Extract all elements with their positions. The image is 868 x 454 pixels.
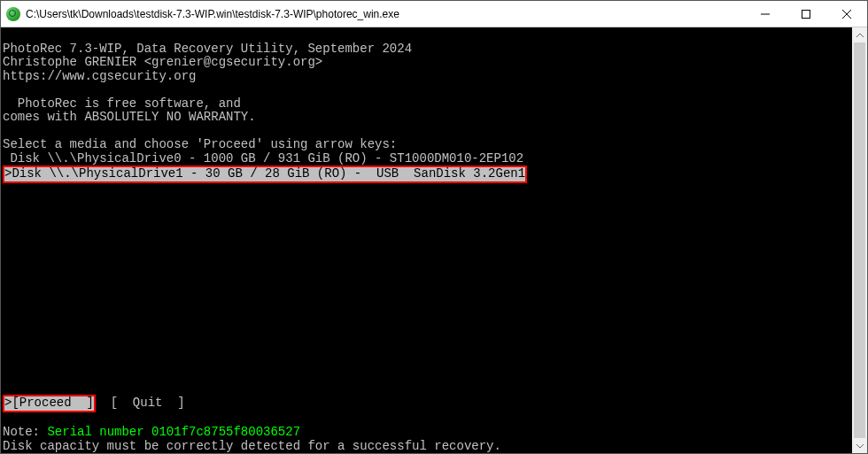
- disk-option-1-selected[interactable]: >Disk \\.\PhysicalDrive1 - 30 GB / 28 Gi…: [4, 167, 525, 181]
- window-title: C:\Users\tk\Downloads\testdisk-7.3-WIP.w…: [26, 8, 745, 20]
- quit-button[interactable]: [ Quit ]: [96, 396, 185, 410]
- serial-number: Serial number 0101f7c8755f80036527: [47, 425, 300, 439]
- blank-area: [3, 183, 865, 381]
- minimize-icon: [761, 10, 770, 19]
- scrollbar-thumb[interactable]: [854, 42, 865, 438]
- header-line2: Christophe GRENIER <grenier@cgsecurity.o…: [3, 55, 322, 69]
- scroll-down-button[interactable]: [852, 438, 867, 453]
- proceed-button[interactable]: >[Proceed ]: [4, 396, 94, 411]
- window-titlebar: C:\Users\tk\Downloads\testdisk-7.3-WIP.w…: [1, 1, 867, 27]
- chevron-up-icon: [856, 34, 864, 37]
- minimize-button[interactable]: [745, 1, 786, 27]
- footer-line2: If a disk listed above has an incorrect …: [3, 452, 591, 453]
- footer-line1: Disk capacity must be correctly detected…: [3, 439, 501, 453]
- header-line1: PhotoRec 7.3-WIP, Data Recovery Utility,…: [3, 42, 412, 56]
- app-icon: [6, 7, 20, 21]
- scrollbar-track[interactable]: [852, 42, 867, 438]
- note-label: Note:: [3, 425, 47, 439]
- disk-option-0[interactable]: Disk \\.\PhysicalDrive0 - 1000 GB / 931 …: [3, 151, 523, 165]
- close-button[interactable]: [826, 1, 867, 27]
- svg-rect-1: [802, 11, 810, 19]
- intro-line1: PhotoRec is free software, and: [3, 96, 241, 111]
- highlight-box-disk: >Disk \\.\PhysicalDrive1 - 30 GB / 28 Gi…: [3, 165, 527, 183]
- console-area[interactable]: PhotoRec 7.3-WIP, Data Recovery Utility,…: [1, 27, 867, 453]
- highlight-box-proceed: >[Proceed ]: [3, 395, 96, 412]
- scroll-up-button[interactable]: [852, 27, 867, 42]
- select-prompt: Select a media and choose 'Proceed' usin…: [3, 137, 397, 151]
- close-icon: [842, 10, 851, 19]
- chevron-down-icon: [856, 444, 864, 448]
- intro-line2: comes with ABSOLUTELY NO WARRANTY.: [3, 110, 256, 124]
- header-line3: https://www.cgsecurity.org: [3, 69, 196, 83]
- vertical-scrollbar[interactable]: [852, 27, 867, 453]
- window-controls: [745, 1, 867, 27]
- maximize-button[interactable]: [786, 1, 826, 27]
- maximize-icon: [802, 10, 810, 19]
